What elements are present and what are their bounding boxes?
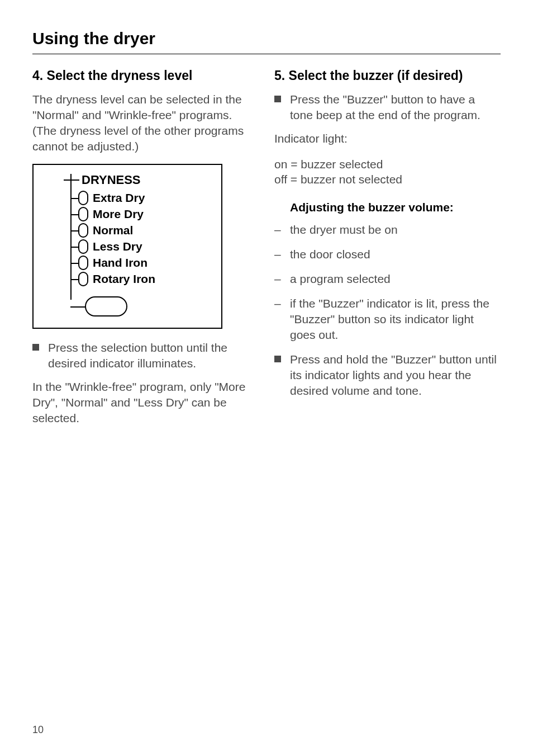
indicator-light-icon [78, 191, 88, 205]
dryness-option-extra-dry: Extra Dry [64, 191, 211, 205]
page-number: 10 [32, 724, 44, 736]
selection-button-icon [85, 296, 127, 316]
list-item: Press and hold the "Buzzer" button until… [274, 352, 501, 399]
dryness-options-list: Extra Dry More Dry Normal Less Dry Hand … [64, 191, 211, 316]
section-5-bullets-2: Press and hold the "Buzzer" button until… [274, 352, 501, 399]
dryness-option-less-dry: Less Dry [64, 239, 211, 254]
left-column: 4. Select the dryness level The dryness … [32, 68, 259, 436]
buzzer-volume-prereqs: the dryer must be on the door closed a p… [274, 222, 501, 343]
dryness-option-label: Normal [93, 224, 133, 237]
dryness-option-rotary-iron: Rotary Iron [64, 272, 211, 286]
title-divider [32, 54, 501, 54]
indicator-light-icon [78, 207, 88, 221]
dryness-label: DRYNESS [82, 173, 211, 187]
list-item: the dryer must be on [274, 222, 501, 238]
dryness-option-label: Less Dry [93, 240, 142, 253]
dryness-option-label: Rotary Iron [93, 272, 155, 286]
dryness-panel-figure: DRYNESS Extra Dry More Dry Normal Less D… [32, 164, 222, 329]
indicator-light-label: Indicator light: [274, 131, 501, 147]
page-title: Using the dryer [32, 29, 501, 48]
content-columns: 4. Select the dryness level The dryness … [32, 68, 501, 436]
right-column: 5. Select the buzzer (if desired) Press … [274, 68, 501, 436]
section-4-note: In the "Wrinkle-free" program, only "Mor… [32, 379, 259, 426]
list-item: Press the selection button until the des… [32, 340, 259, 371]
section-5-bullets-1: Press the "Buzzer" button to have a tone… [274, 92, 501, 123]
list-item: the door closed [274, 247, 501, 262]
indicator-on-text: on = buzzer selected [274, 157, 501, 172]
indicator-light-states: on = buzzer selected off = buzzer not se… [274, 157, 501, 188]
list-item: Press the "Buzzer" button to have a tone… [274, 92, 501, 123]
section-4-heading: 4. Select the dryness level [32, 68, 259, 84]
buzzer-volume-heading: Adjusting the buzzer volume: [290, 201, 501, 214]
dryness-option-label: More Dry [93, 207, 144, 221]
section-5-heading: 5. Select the buzzer (if desired) [274, 68, 501, 84]
indicator-off-text: off = buzzer not selected [274, 172, 501, 187]
dryness-option-label: Extra Dry [93, 191, 145, 205]
indicator-light-icon [78, 223, 88, 238]
indicator-light-icon [78, 256, 88, 270]
list-item: if the "Buzzer" indicator is lit, press … [274, 296, 501, 343]
dryness-option-normal: Normal [64, 223, 211, 238]
section-4-intro: The dryness level can be selected in the… [32, 92, 259, 154]
dryness-option-label: Hand Iron [93, 256, 147, 270]
indicator-light-icon [78, 272, 88, 286]
dryness-option-hand-iron: Hand Iron [64, 256, 211, 270]
section-4-bullets: Press the selection button until the des… [32, 340, 259, 371]
indicator-light-icon [78, 239, 88, 254]
list-item: a program selected [274, 271, 501, 287]
dryness-option-more-dry: More Dry [64, 207, 211, 221]
